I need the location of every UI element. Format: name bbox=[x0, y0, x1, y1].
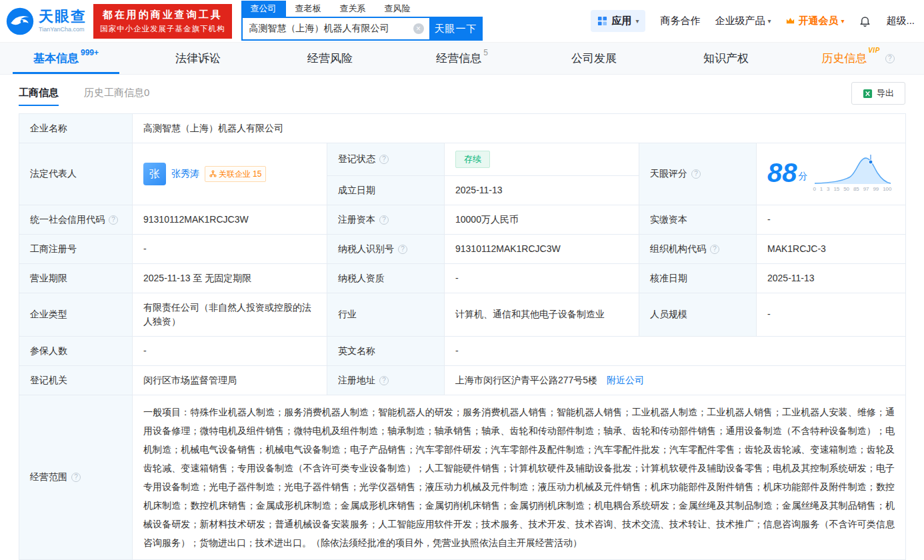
export-label: 导出 bbox=[877, 87, 894, 99]
field-label: 行业 bbox=[327, 293, 445, 336]
score-axis: 0131550859799100 bbox=[813, 185, 892, 193]
logo-brand: 天眼查 bbox=[39, 9, 87, 25]
question-icon[interactable]: ? bbox=[398, 245, 407, 254]
tab-history-info[interactable]: 历史信息 VIP ? bbox=[792, 43, 924, 74]
vip-badge: VIP bbox=[868, 47, 880, 54]
status-badge: 存续 bbox=[455, 151, 490, 168]
subtab-history-business-info[interactable]: 历史工商信息0 bbox=[84, 87, 149, 106]
credit-code-value: 91310112MAK1RCJC3W bbox=[133, 205, 327, 234]
logo-icon bbox=[5, 7, 35, 36]
avatar[interactable]: 张 bbox=[143, 163, 166, 185]
company-type-value: 有限责任公司（非自然人投资或控股的法人独资） bbox=[133, 293, 327, 336]
tab-badge: 999+ bbox=[81, 48, 99, 57]
open-vip-menu[interactable]: 开通会员 ▾ bbox=[785, 15, 844, 27]
reg-address-value: 上海市闵行区沪青平公路277号5楼 bbox=[455, 375, 597, 385]
question-icon[interactable]: ? bbox=[379, 155, 389, 164]
crown-icon bbox=[785, 16, 795, 26]
top-header: 天眼查 TianYanCha.com 都在用的商业查询工具 国家中小企业发展子基… bbox=[0, 0, 924, 43]
field-label-text: 组织机构代码 bbox=[650, 243, 706, 254]
subtab-business-info[interactable]: 工商信息 bbox=[19, 87, 59, 106]
field-label: 注册地址? bbox=[327, 365, 445, 395]
header-menu: 应用 ▾ 商务合作 企业级产品 ▾ 开通会员 ▾ 超级... bbox=[591, 10, 915, 32]
question-icon[interactable]: ? bbox=[71, 473, 81, 482]
biz-coop-menu[interactable]: 商务合作 bbox=[660, 15, 700, 27]
related-companies-badge[interactable]: 关联企业 15 bbox=[205, 166, 266, 182]
score-cell[interactable]: 88 分 0131550859799100 bbox=[757, 143, 906, 205]
table-row: 工商注册号 - 纳税人识别号? 91310112MAK1RCJC3W 组织机构代… bbox=[19, 234, 906, 263]
clear-icon[interactable]: × bbox=[413, 23, 424, 34]
notifications-button[interactable] bbox=[859, 15, 871, 27]
bell-icon bbox=[859, 15, 871, 27]
caret-down-icon: ▾ bbox=[635, 17, 639, 25]
business-scope-text: 一般项目：特殊作业机器人制造；服务消费机器人制造；智能机器人的研发；服务消费机器… bbox=[143, 403, 895, 552]
related-count: 15 bbox=[253, 168, 261, 180]
apps-menu[interactable]: 应用 ▾ bbox=[591, 10, 645, 32]
tab-label: 基本信息 bbox=[33, 51, 79, 66]
score-distribution-chart: 0131550859799100 bbox=[813, 154, 892, 193]
reg-capital-value: 10000万人民币 bbox=[445, 205, 639, 234]
taxpayer-id-value: 91310112MAK1RCJC3W bbox=[445, 234, 639, 263]
tab-intellectual-property[interactable]: 知识产权 bbox=[660, 43, 792, 74]
field-label-text: 注册资本 bbox=[338, 214, 375, 225]
related-companies-icon bbox=[209, 170, 217, 177]
export-button[interactable]: 导出 bbox=[851, 82, 905, 105]
company-name-value: 高测智慧（上海）机器人有限公司 bbox=[133, 114, 906, 143]
tab-operation-risk[interactable]: 经营风险 bbox=[264, 43, 396, 74]
english-name-value: - bbox=[445, 336, 906, 365]
tab-basic-info[interactable]: 基本信息 999+ bbox=[0, 43, 132, 74]
business-scope-value: 一般项目：特殊作业机器人制造；服务消费机器人制造；智能机器人的研发；服务消费机器… bbox=[133, 395, 906, 559]
question-icon[interactable]: ? bbox=[109, 215, 118, 225]
legal-rep-link[interactable]: 张秀涛 bbox=[171, 167, 199, 181]
enterprise-label: 企业级产品 bbox=[715, 15, 765, 27]
reg-address-cell: 上海市闵行区沪青平公路277号5楼 附近公司 bbox=[445, 365, 906, 395]
tab-label: 法律诉讼 bbox=[175, 51, 221, 66]
grid-icon bbox=[597, 16, 607, 26]
related-label: 关联企业 bbox=[219, 168, 251, 180]
search-tab-relation[interactable]: 查关系 bbox=[331, 1, 375, 17]
nearby-companies-link[interactable]: 附近公司 bbox=[607, 375, 644, 385]
industry-value: 计算机、通信和其他电子设备制造业 bbox=[445, 293, 639, 336]
search-input-wrap: × bbox=[241, 17, 429, 41]
search-input[interactable] bbox=[243, 18, 429, 39]
question-icon[interactable]: ? bbox=[710, 245, 719, 254]
field-label: 统一社会信用代码? bbox=[19, 205, 133, 234]
table-row: 企业类型 有限责任公司（非自然人投资或控股的法人独资） 行业 计算机、通信和其他… bbox=[19, 293, 906, 336]
search-tab-boss[interactable]: 查老板 bbox=[286, 1, 331, 17]
field-label: 组织机构代码? bbox=[639, 234, 757, 263]
biz-coop-label: 商务合作 bbox=[660, 15, 700, 27]
tab-operation-info[interactable]: 经营信息 5 bbox=[396, 43, 528, 74]
table-row: 经营范围? 一般项目：特殊作业机器人制造；服务消费机器人制造；智能机器人的研发；… bbox=[19, 395, 906, 559]
table-row: 企业名称 高测智慧（上海）机器人有限公司 bbox=[19, 114, 906, 143]
caret-down-icon: ▾ bbox=[841, 17, 844, 25]
super-vip-menu[interactable]: 超级... bbox=[886, 15, 915, 27]
tab-legal-litigation[interactable]: 法律诉讼 bbox=[132, 43, 264, 74]
question-icon[interactable]: ? bbox=[379, 215, 389, 225]
search-tab-risk[interactable]: 查风险 bbox=[375, 1, 420, 17]
tab-label: 公司发展 bbox=[571, 51, 617, 66]
search-tab-company[interactable]: 查公司 bbox=[241, 1, 286, 17]
table-row: 营业期限 2025-11-13 至 无固定期限 纳税人资质 - 核准日期 202… bbox=[19, 263, 906, 293]
search-block: 查公司 查老板 查关系 查风险 × 天眼一下 bbox=[241, 1, 483, 41]
field-label: 营业期限 bbox=[19, 263, 133, 293]
question-icon[interactable]: ? bbox=[885, 54, 895, 63]
field-label: 登记机关 bbox=[19, 365, 133, 395]
field-label-text: 登记状态 bbox=[338, 153, 375, 164]
company-nav-tabs: 基本信息 999+ 法律诉讼 经营风险 经营信息 5 公司发展 知识产权 历史信… bbox=[0, 43, 924, 75]
business-info-table: 企业名称 高测智慧（上海）机器人有限公司 法定代表人 张 张秀涛 关联企业 15 bbox=[19, 113, 906, 560]
tab-company-development[interactable]: 公司发展 bbox=[528, 43, 660, 74]
field-label: 纳税人识别号? bbox=[327, 234, 445, 263]
field-label-text: 统一社会信用代码 bbox=[30, 214, 105, 225]
approval-date-value: 2025-11-13 bbox=[757, 263, 906, 293]
logo-domain: TianYanCha.com bbox=[39, 27, 87, 33]
enterprise-product-menu[interactable]: 企业级产品 ▾ bbox=[715, 15, 771, 27]
question-icon[interactable]: ? bbox=[379, 376, 389, 385]
reg-number-value: - bbox=[133, 234, 327, 263]
tianyancha-logo[interactable]: 天眼查 TianYanCha.com bbox=[5, 7, 87, 36]
field-label: 天眼评分? bbox=[639, 143, 757, 205]
field-label: 法定代表人 bbox=[19, 143, 133, 205]
search-button[interactable]: 天眼一下 bbox=[429, 17, 483, 41]
score-unit: 分 bbox=[799, 169, 808, 183]
question-icon[interactable]: ? bbox=[691, 169, 701, 179]
field-label: 实缴资本 bbox=[639, 205, 757, 234]
field-label-text: 注册地址 bbox=[338, 375, 375, 385]
